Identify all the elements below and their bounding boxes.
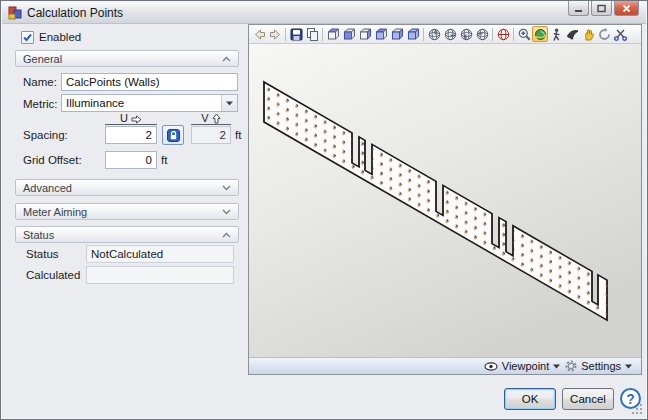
minimize-icon xyxy=(574,4,583,13)
enabled-label: Enabled xyxy=(39,31,81,43)
view-cube-front-top-icon xyxy=(374,27,388,42)
toolbar-separator xyxy=(423,28,424,41)
back-button[interactable] xyxy=(251,26,267,42)
enabled-checkbox[interactable] xyxy=(21,31,34,44)
settings-dropdown[interactable]: Settings xyxy=(565,360,632,372)
spacing-label: Spacing: xyxy=(23,129,68,141)
orbit-sphere-s-icon xyxy=(459,27,473,42)
rotate-arrow-icon xyxy=(597,27,611,42)
ok-button[interactable]: OK xyxy=(504,388,556,410)
chevron-down-icon xyxy=(222,209,231,215)
section-header-general[interactable]: General xyxy=(15,50,239,67)
toolbar-separator xyxy=(322,28,323,41)
viewpoint-dropdown[interactable]: Viewpoint xyxy=(484,360,561,372)
view-cube-top-icon xyxy=(326,27,340,42)
grid-offset-unit: ft xyxy=(161,154,167,166)
toolbar-separator xyxy=(285,28,286,41)
advanced-header-label: Advanced xyxy=(23,182,72,194)
window-title: Calculation Points xyxy=(27,6,123,20)
section-cut-button[interactable] xyxy=(612,26,628,42)
scissors-icon xyxy=(613,27,627,42)
metric-dropdown[interactable]: Illuminance xyxy=(61,94,238,112)
cancel-button[interactable]: Cancel xyxy=(562,388,614,410)
back-arrow-icon xyxy=(252,27,266,42)
metric-label: Metric: xyxy=(23,98,58,110)
checkmark-icon xyxy=(22,32,33,43)
orbit-sphere-s-button[interactable] xyxy=(458,26,474,42)
view-cube-top-button[interactable] xyxy=(325,26,341,42)
pan-mode-button[interactable] xyxy=(580,26,596,42)
calculation-points-dialog: Calculation Points Enabled General Name:… xyxy=(0,0,648,420)
status-value-field xyxy=(86,245,234,263)
grid-offset-input[interactable] xyxy=(105,151,157,169)
fly-mode-button[interactable] xyxy=(564,26,580,42)
eye-icon xyxy=(484,362,498,371)
name-input[interactable] xyxy=(61,73,238,91)
close-button[interactable] xyxy=(614,1,639,16)
forward-arrow-icon xyxy=(268,27,282,42)
settings-label: Settings xyxy=(581,360,621,372)
toolbar-separator xyxy=(492,28,493,41)
calculated-value-field xyxy=(86,266,234,284)
zoom-window-button[interactable] xyxy=(516,26,532,42)
spacing-lock-button[interactable] xyxy=(162,125,184,145)
view-cube-iso-button[interactable] xyxy=(405,26,421,42)
zoom-extents-icon xyxy=(496,27,510,42)
calculated-label: Calculated xyxy=(26,269,80,281)
orbit-mode-button[interactable] xyxy=(532,26,548,42)
forward-button[interactable] xyxy=(267,26,283,42)
general-header-label: General xyxy=(23,53,62,65)
chevron-up-icon xyxy=(222,56,231,62)
view-cube-front-button[interactable] xyxy=(341,26,357,42)
walk-mode-button[interactable] xyxy=(548,26,564,42)
meter-aiming-header-label: Meter Aiming xyxy=(23,206,87,218)
maximize-icon xyxy=(597,4,606,13)
save-icon xyxy=(289,27,303,42)
view-cube-front-top-button[interactable] xyxy=(373,26,389,42)
orbit-sphere-e-button[interactable] xyxy=(442,26,458,42)
titlebar[interactable]: Calculation Points xyxy=(2,2,646,24)
view-cube-iso-icon xyxy=(406,27,420,42)
viewer-toolbar xyxy=(249,25,641,44)
orbit-mode-icon xyxy=(533,27,547,42)
dropdown-caret-icon xyxy=(625,364,632,369)
grid-offset-label: Grid Offset: xyxy=(23,154,82,166)
copy-icon xyxy=(305,27,319,42)
zoom-extents-button[interactable] xyxy=(495,26,511,42)
orbit-sphere-n-icon xyxy=(427,27,441,42)
toolbar-separator xyxy=(513,28,514,41)
v-label: V xyxy=(201,112,208,124)
orbit-sphere-w-button[interactable] xyxy=(474,26,490,42)
view-cube-front-icon xyxy=(342,27,356,42)
dropdown-caret-icon xyxy=(553,364,560,369)
section-header-status[interactable]: Status xyxy=(15,226,239,243)
pan-hand-icon xyxy=(581,27,595,42)
status-label: Status xyxy=(26,248,59,260)
copy-button[interactable] xyxy=(304,26,320,42)
spacing-unit: ft xyxy=(235,129,241,141)
zoom-icon xyxy=(517,27,531,42)
spacing-u-input[interactable] xyxy=(105,126,157,144)
arrow-up-icon xyxy=(212,113,221,124)
orbit-sphere-n-button[interactable] xyxy=(426,26,442,42)
view-cube-front-right-button[interactable] xyxy=(389,26,405,42)
preview-panel: Viewpoint Settings xyxy=(248,24,642,375)
section-header-meter-aiming[interactable]: Meter Aiming xyxy=(15,203,239,220)
3d-wall-preview[interactable] xyxy=(249,44,641,357)
v-axis-header: V xyxy=(191,112,231,125)
maximize-button[interactable] xyxy=(591,1,612,16)
save-button[interactable] xyxy=(288,26,304,42)
name-label: Name: xyxy=(23,76,57,88)
orbit-sphere-e-icon xyxy=(443,27,457,42)
status-header-label: Status xyxy=(23,229,54,241)
resize-grip[interactable] xyxy=(632,404,644,416)
chevron-down-icon xyxy=(222,185,231,191)
chevron-up-icon xyxy=(222,232,231,238)
lock-icon xyxy=(167,129,180,142)
minimize-button[interactable] xyxy=(568,1,589,16)
section-header-advanced[interactable]: Advanced xyxy=(15,179,239,196)
walk-person-icon xyxy=(549,27,563,42)
spin-mode-button[interactable] xyxy=(596,26,612,42)
view-cube-right-button[interactable] xyxy=(357,26,373,42)
view-cube-front-right-icon xyxy=(390,27,404,42)
